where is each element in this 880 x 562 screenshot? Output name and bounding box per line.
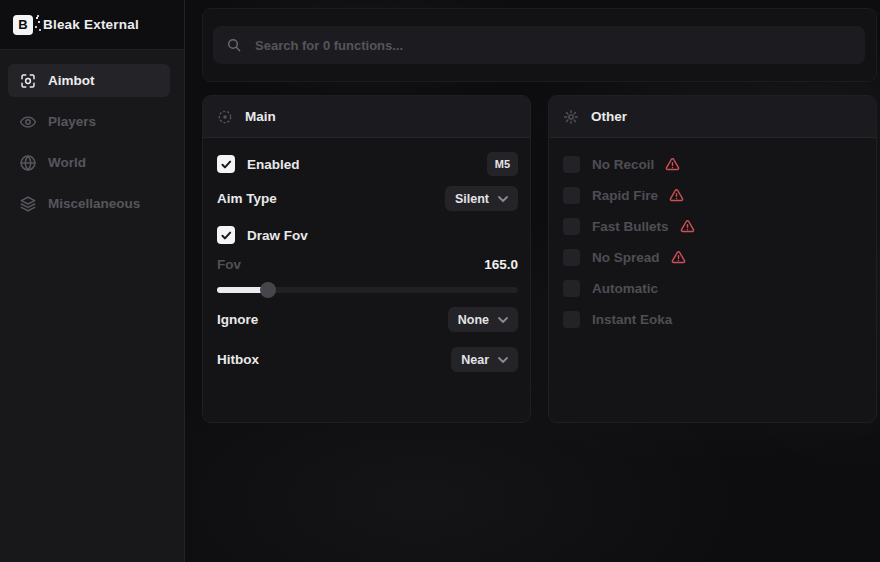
feature-row-no-spread: No Spread (563, 245, 864, 269)
eye-icon (19, 113, 37, 131)
draw-fov-checkbox[interactable] (217, 226, 235, 244)
feature-row-instant-eoka: Instant Eoka (563, 307, 864, 331)
main-panel-title: Main (245, 109, 276, 124)
sidebar-item-label: World (48, 155, 86, 170)
automatic-checkbox[interactable] (563, 280, 580, 297)
ignore-label: Ignore (217, 312, 258, 327)
enabled-label: Enabled (247, 157, 300, 172)
fov-slider-thumb[interactable] (260, 282, 276, 298)
sidebar-item-world[interactable]: World (8, 146, 170, 179)
search-placeholder: Search for 0 functions... (255, 38, 403, 53)
main-panel: Main Enabled M5 Aim Type Silent Draw Fov (202, 95, 531, 423)
sidebar-item-label: Aimbot (48, 73, 95, 88)
aim-type-dropdown[interactable]: Silent (445, 186, 518, 211)
globe-icon (19, 154, 37, 172)
check-icon (221, 160, 232, 169)
draw-fov-row: Draw Fov (217, 224, 518, 246)
main-panel-header: Main (203, 96, 530, 138)
chevron-down-icon (498, 317, 508, 323)
layers-icon (19, 195, 37, 213)
sidebar-header: B Bleak External (0, 0, 184, 50)
other-panel-header: Other (549, 96, 876, 138)
target-icon (217, 109, 233, 125)
other-panel-title: Other (591, 109, 627, 124)
hitbox-dropdown[interactable]: Near (451, 347, 518, 372)
fov-slider[interactable] (217, 282, 518, 298)
app-window: B Bleak External Aimbot Players World Mi… (0, 0, 880, 562)
enabled-row: Enabled M5 (217, 152, 518, 176)
fast-bullets-label: Fast Bullets (592, 219, 669, 234)
ignore-dropdown[interactable]: None (448, 307, 518, 332)
enabled-keybind-button[interactable]: M5 (487, 152, 518, 176)
no-spread-checkbox[interactable] (563, 249, 580, 266)
crosshair-icon (19, 72, 37, 90)
search-icon (226, 37, 242, 53)
gear-icon (563, 109, 579, 125)
no-spread-label: No Spread (592, 250, 660, 265)
sidebar-nav: Aimbot Players World Miscellaneous (0, 50, 184, 220)
aim-type-label: Aim Type (217, 191, 277, 206)
fov-value: 165.0 (484, 257, 518, 272)
feature-row-rapid-fire: Rapid Fire (563, 183, 864, 207)
no-recoil-checkbox[interactable] (563, 156, 580, 173)
fov-label: Fov (217, 257, 241, 272)
chevron-down-icon (498, 357, 508, 363)
automatic-label: Automatic (592, 281, 658, 296)
warning-icon (680, 219, 695, 234)
no-recoil-label: No Recoil (592, 157, 654, 172)
aim-type-value: Silent (455, 192, 489, 206)
sidebar-item-miscellaneous[interactable]: Miscellaneous (8, 187, 170, 220)
search-container: Search for 0 functions... (202, 8, 877, 82)
instant-eoka-checkbox[interactable] (563, 311, 580, 328)
app-logo-icon: B (13, 15, 33, 35)
rapid-fire-label: Rapid Fire (592, 188, 658, 203)
sidebar-item-label: Miscellaneous (48, 196, 140, 211)
warning-icon (669, 188, 684, 203)
feature-row-automatic: Automatic (563, 276, 864, 300)
enabled-checkbox[interactable] (217, 155, 235, 173)
sidebar-item-aimbot[interactable]: Aimbot (8, 64, 170, 97)
other-panel: Other No Recoil Rapid Fire Fast Bullets … (548, 95, 877, 423)
app-title: Bleak External (43, 17, 139, 32)
ignore-value: None (458, 313, 489, 327)
chevron-down-icon (498, 196, 508, 202)
rapid-fire-checkbox[interactable] (563, 187, 580, 204)
sidebar-item-players[interactable]: Players (8, 105, 170, 138)
warning-icon (665, 157, 680, 172)
fast-bullets-checkbox[interactable] (563, 218, 580, 235)
hitbox-value: Near (461, 353, 489, 367)
draw-fov-label: Draw Fov (247, 228, 308, 243)
sidebar-item-label: Players (48, 114, 96, 129)
instant-eoka-label: Instant Eoka (592, 312, 672, 327)
ignore-row: Ignore None (217, 307, 518, 332)
feature-row-fast-bullets: Fast Bullets (563, 214, 864, 238)
feature-row-no-recoil: No Recoil (563, 152, 864, 176)
hitbox-label: Hitbox (217, 352, 259, 367)
check-icon (221, 231, 232, 240)
fov-row: Fov 165.0 (217, 256, 518, 272)
warning-icon (671, 250, 686, 265)
search-input[interactable]: Search for 0 functions... (213, 26, 865, 64)
sidebar: B Bleak External Aimbot Players World Mi… (0, 0, 185, 562)
other-feature-list: No Recoil Rapid Fire Fast Bullets No Spr… (549, 138, 876, 331)
aim-type-row: Aim Type Silent (217, 186, 518, 211)
hitbox-row: Hitbox Near (217, 347, 518, 372)
